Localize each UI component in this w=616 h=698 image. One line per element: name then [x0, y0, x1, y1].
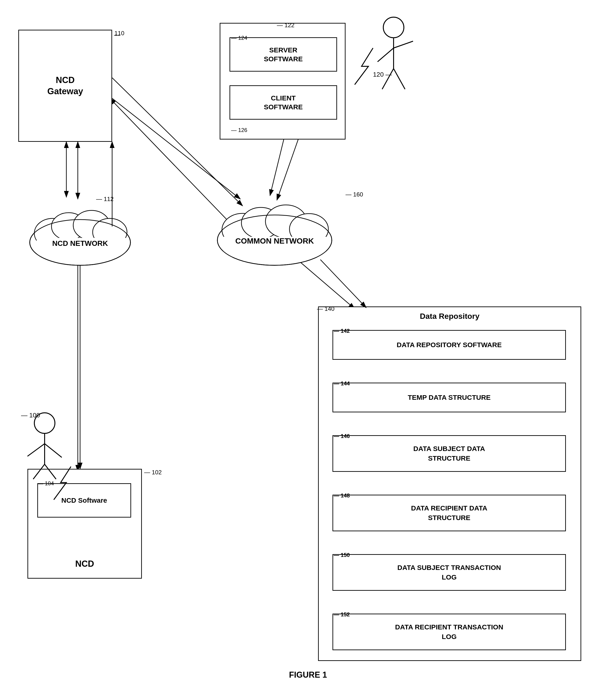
svg-line-21	[394, 69, 405, 89]
common-network-cloud: COMMON NETWORK	[210, 192, 339, 268]
server-box-ref: — 122	[277, 22, 295, 29]
svg-text:COMMON NETWORK: COMMON NETWORK	[235, 236, 314, 245]
common-network-ref: — 160	[345, 191, 363, 198]
data-repository-software-box: DATA REPOSITORY SOFTWARE	[332, 330, 566, 360]
client-software-ref: — 126	[231, 127, 247, 133]
data-repository-software-label: DATA REPOSITORY SOFTWARE	[397, 341, 502, 349]
data-recipient-log-box: DATA RECIPIENT TRANSACTION LOG	[332, 614, 566, 650]
ncd-device-label: NCD	[75, 559, 94, 569]
temp-data-structure-label: TEMP DATA STRUCTURE	[408, 394, 491, 401]
user-bottom-ref: — 100	[21, 412, 40, 419]
data-recipient-ref: — 148	[334, 492, 350, 499]
ncd-gateway-label: NCD Gateway	[47, 74, 83, 97]
data-subject-structure-label: DATA SUBJECT DATA STRUCTURE	[413, 444, 485, 463]
data-recipient-log-label: DATA RECIPIENT TRANSACTION LOG	[395, 622, 503, 642]
ref-line-110: —	[114, 31, 120, 39]
lightning-bottom	[50, 464, 78, 501]
data-subject-log-box: DATA SUBJECT TRANSACTION LOG	[332, 554, 566, 591]
diagram: NCD Gateway 110 — NCD NETWORK — 112 SERV…	[0, 0, 616, 698]
svg-line-5	[277, 135, 300, 200]
data-repository-ref: — 140	[317, 305, 334, 312]
svg-point-16	[383, 17, 404, 38]
svg-line-39	[270, 140, 284, 196]
data-recipient-log-ref: — 152	[334, 611, 350, 618]
svg-line-19	[394, 41, 413, 48]
data-subject-log-ref: — 150	[334, 552, 350, 558]
server-software-ref: — 124	[231, 35, 247, 41]
client-software-label: CLIENT SOFTWARE	[264, 94, 303, 111]
data-subject-structure-box: DATA SUBJECT DATA STRUCTURE	[332, 435, 566, 472]
temp-data-structure-box: TEMP DATA STRUCTURE	[332, 382, 566, 413]
ncd-network-cloud: NCD NETWORK	[23, 197, 137, 268]
ncd-gateway-box: NCD Gateway	[18, 30, 112, 142]
data-repository-outer-box: Data Repository DATA REPOSITORY SOFTWARE…	[318, 306, 581, 661]
svg-line-34	[33, 464, 45, 479]
lightning-top	[350, 46, 380, 87]
ncd-device-ref: — 102	[144, 469, 162, 476]
server-software-box: SERVER SOFTWARE	[230, 37, 337, 72]
data-recipient-structure-box: DATA RECIPIENT DATA STRUCTURE	[332, 495, 566, 531]
ncd-network-ref: — 112	[96, 196, 114, 203]
repo-software-ref: — 142	[334, 328, 350, 334]
svg-text:NCD NETWORK: NCD NETWORK	[52, 239, 108, 248]
figure-caption: FIGURE 1	[289, 670, 327, 680]
data-repository-title: Data Repository	[420, 312, 480, 321]
client-software-box: CLIENT SOFTWARE	[230, 85, 337, 120]
data-subject-log-label: DATA SUBJECT TRANSACTION LOG	[397, 563, 501, 582]
temp-data-ref: — 144	[334, 380, 350, 387]
svg-line-18	[378, 48, 394, 62]
svg-line-33	[45, 444, 62, 457]
data-subject-ref: — 146	[334, 433, 350, 439]
server-software-label: SERVER SOFTWARE	[264, 45, 303, 64]
svg-line-32	[27, 444, 45, 456]
data-recipient-structure-label: DATA RECIPIENT DATA STRUCTURE	[411, 503, 487, 522]
